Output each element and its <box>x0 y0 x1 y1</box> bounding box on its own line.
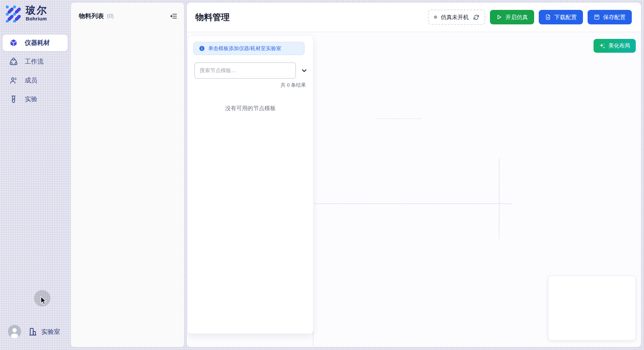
template-search-input[interactable] <box>194 62 296 79</box>
status-label: 仿真未开机 <box>441 14 469 21</box>
users-icon <box>9 76 18 85</box>
canvas-guide-line <box>377 118 421 119</box>
mouse-cursor <box>40 296 49 306</box>
workflow-icon <box>9 57 18 66</box>
brand-subname: Bohrium <box>26 16 48 21</box>
sidebar-item-label: 实验 <box>25 95 37 103</box>
sidebar-nav: 仪器耗材 工作流 <box>0 35 70 110</box>
header-actions: 仿真未开机 <box>428 10 641 25</box>
template-hint-text: 单击模板添加仪器/耗材至实验室 <box>208 45 281 52</box>
bohrium-logo-icon <box>5 5 22 22</box>
material-list-panel: 物料列表 (0) <box>71 3 184 347</box>
brand-text: 玻尔 Bohrium <box>26 5 48 21</box>
button-label: 保存配置 <box>603 14 626 21</box>
sidebar-item-lab[interactable]: 实验室 <box>28 327 60 336</box>
material-list-title: 物料列表 <box>79 12 104 20</box>
status-dot-icon <box>434 15 437 19</box>
building-icon <box>28 327 37 336</box>
button-label: 开启仿真 <box>505 14 528 21</box>
chevron-down-icon[interactable] <box>301 67 308 74</box>
sidebar-item-workflow[interactable]: 工作流 <box>3 53 68 70</box>
avatar[interactable] <box>8 325 21 338</box>
minimap[interactable] <box>548 276 636 340</box>
sidebar-item-label: 仪器耗材 <box>25 39 50 47</box>
brand: 玻尔 Bohrium <box>5 5 48 22</box>
sidebar-item-label: 工作流 <box>25 57 44 66</box>
empty-templates-text: 没有可用的节点模板 <box>188 104 313 112</box>
sidebar: 玻尔 Bohrium 仪器耗材 <box>0 0 70 350</box>
save-config-button[interactable]: 保存配置 <box>588 10 632 24</box>
sidebar-lab-label: 实验室 <box>41 328 60 336</box>
sparkles-icon <box>599 43 605 49</box>
file-download-icon <box>545 14 551 20</box>
sidebar-item-instruments[interactable]: 仪器耗材 <box>3 35 68 51</box>
canvas-guide-line <box>313 203 511 204</box>
material-list-header: 物料列表 (0) <box>71 3 184 30</box>
sidebar-footer: 实验室 <box>0 325 70 350</box>
template-hint-banner: 单击模板添加仪器/耗材至实验室 <box>193 42 305 55</box>
canvas-guide-line <box>499 159 499 239</box>
sidebar-item-experiment[interactable]: 实验 <box>3 91 68 107</box>
sidebar-item-label: 成员 <box>25 76 37 85</box>
test-tube-icon <box>9 95 18 103</box>
layout-canvas[interactable]: 单击模板添加仪器/耗材至实验室 共 0 条结果 没有可用的节点模板 <box>187 32 641 347</box>
page-title: 物料管理 <box>195 12 230 23</box>
save-icon <box>594 14 600 20</box>
info-icon <box>199 45 205 51</box>
result-count: 共 0 条结果 <box>280 82 306 88</box>
beautify-layout-button[interactable]: 美化布局 <box>594 39 636 53</box>
refresh-icon[interactable] <box>473 14 479 20</box>
sidebar-item-members[interactable]: 成员 <box>3 72 68 89</box>
collapse-panel-icon[interactable] <box>170 12 177 20</box>
simulation-status[interactable]: 仿真未开机 <box>428 10 485 25</box>
material-list-count: (0) <box>107 13 114 19</box>
template-panel: 单击模板添加仪器/耗材至实验室 共 0 条结果 没有可用的节点模板 <box>187 36 313 334</box>
template-search-row <box>194 62 308 79</box>
main-header: 物料管理 仿真未开机 <box>187 3 641 32</box>
button-label: 下载配置 <box>554 14 577 21</box>
main-panel: 物料管理 仿真未开机 <box>187 3 641 347</box>
download-config-button[interactable]: 下载配置 <box>539 10 583 24</box>
start-simulation-button[interactable]: 开启仿真 <box>490 10 534 24</box>
brand-name: 玻尔 <box>26 5 48 15</box>
cube-icon <box>9 39 18 47</box>
button-label: 美化布局 <box>608 42 630 49</box>
play-icon <box>496 14 502 20</box>
